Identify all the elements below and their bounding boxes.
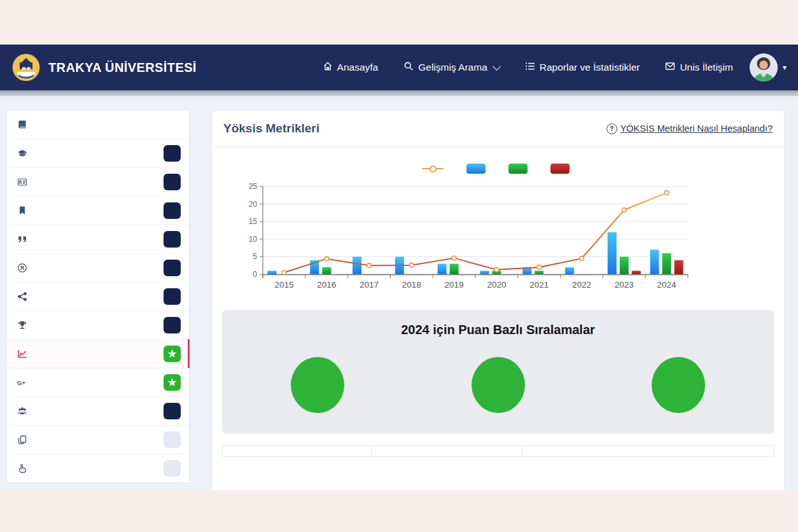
svg-text:2024: 2024	[657, 280, 677, 290]
caret-down-icon: ▾	[783, 63, 787, 72]
count-badge	[164, 202, 181, 219]
sidebar-item-5[interactable]	[7, 225, 189, 253]
legend-swatch-icon	[550, 164, 570, 174]
svg-text:2021: 2021	[529, 280, 549, 290]
table-header-1	[223, 446, 372, 457]
users-icon	[17, 406, 30, 416]
chart-line-icon	[17, 349, 30, 359]
sidebar-item-4[interactable]	[7, 196, 189, 225]
home-icon	[323, 61, 333, 74]
hand-icon	[17, 463, 30, 473]
user-menu[interactable]: ▾	[750, 53, 787, 81]
area-table-header-row	[223, 446, 774, 457]
avatar	[750, 53, 778, 81]
svg-text:2023: 2023	[615, 280, 634, 290]
legend-item-3[interactable]	[508, 164, 533, 174]
sidebar-item-3[interactable]	[7, 167, 189, 196]
svg-text:2018: 2018	[402, 280, 421, 290]
nav-item-1[interactable]: Anasayfa	[323, 61, 379, 74]
question-icon: ?	[606, 123, 617, 134]
book-icon	[17, 120, 30, 130]
table-header-2	[371, 446, 522, 457]
registered-icon: R	[17, 263, 30, 273]
page-title: Yöksis Metrikleri	[223, 122, 319, 136]
search-icon	[403, 61, 414, 74]
svg-text:G+: G+	[17, 379, 25, 386]
page: TRAKYA ÜNİVERSİTESİ AnasayfaGelişmiş Ara…	[0, 0, 798, 532]
count-badge	[164, 174, 181, 190]
svg-text:10: 10	[249, 235, 258, 244]
bookmark-icon	[17, 206, 30, 216]
sidebar-item-2[interactable]	[7, 139, 189, 167]
rankings-columns	[227, 347, 769, 421]
ranking-column-3	[588, 347, 769, 421]
legend-item-2[interactable]	[466, 164, 491, 174]
sidebar: R★G+★	[6, 110, 190, 483]
legend-line-marker-icon	[422, 168, 444, 169]
area-table	[222, 445, 774, 457]
brand[interactable]: TRAKYA ÜNİVERSİTESİ	[11, 53, 197, 82]
sidebar-item-9[interactable]: ★	[7, 339, 189, 368]
count-badge	[164, 460, 181, 477]
nav-item-3[interactable]: Raporlar ve İstatistikler	[525, 61, 640, 74]
university-logo-icon	[11, 53, 41, 82]
sidebar-item-6[interactable]: R	[7, 253, 189, 282]
mail-icon	[665, 61, 675, 74]
page-margin-bottom	[0, 490, 798, 532]
metrics-chart: 0510152025201520162017201820192020202120…	[242, 183, 784, 295]
copy-icon	[17, 435, 30, 445]
svg-text:25: 25	[249, 183, 258, 191]
sidebar-item-8[interactable]	[7, 311, 189, 339]
sidebar-item-7[interactable]	[7, 282, 189, 311]
card-body: 0510152025201520162017201820192020202120…	[212, 164, 784, 457]
top-nav: AnasayfaGelişmiş AramaRaporlar ve İstati…	[323, 61, 733, 74]
legend-swatch-icon	[508, 164, 528, 174]
count-badge	[164, 260, 181, 276]
legend-swatch-icon	[466, 164, 486, 174]
svg-text:2020: 2020	[487, 280, 506, 290]
legend-item-4[interactable]	[550, 164, 575, 174]
help-link[interactable]: ? YÖKSİS Metrikleri Nasıl Hesaplandı?	[606, 123, 773, 134]
sidebar-item-10[interactable]: G+★	[7, 368, 189, 396]
help-link-label: YÖKSİS Metrikleri Nasıl Hesaplandı?	[620, 123, 773, 134]
nav-item-2[interactable]: Gelişmiş Arama	[403, 61, 500, 74]
legend-item-1[interactable]	[422, 168, 449, 169]
trophy-icon	[17, 320, 30, 330]
brand-name: TRAKYA ÜNİVERSİTESİ	[48, 60, 197, 75]
count-badge	[164, 145, 181, 162]
count-badge	[164, 431, 181, 448]
sidebar-item-13[interactable]	[7, 454, 189, 482]
nav-item-label: Unis İletişim	[680, 62, 733, 73]
star-badge: ★	[164, 374, 181, 391]
svg-text:2017: 2017	[360, 280, 379, 290]
card-header: Yöksis Metrikleri ? YÖKSİS Metrikleri Na…	[212, 111, 784, 147]
nav-item-label: Anasayfa	[337, 62, 379, 73]
rankings-panel: 2024 için Puan Bazlı Sıralamalar	[222, 310, 774, 434]
svg-text:R: R	[20, 265, 24, 271]
main-card: Yöksis Metrikleri ? YÖKSİS Metrikleri Na…	[211, 110, 785, 490]
svg-text:2022: 2022	[572, 280, 591, 290]
svg-text:5: 5	[253, 252, 257, 261]
svg-text:20: 20	[249, 200, 258, 209]
sidebar-item-11[interactable]	[7, 396, 189, 425]
gplus-icon: G+	[17, 377, 30, 388]
count-badge	[164, 231, 181, 248]
ranking-circle	[291, 357, 344, 413]
svg-text:2015: 2015	[274, 280, 293, 290]
sidebar-item-12[interactable]	[7, 425, 189, 454]
share-icon	[17, 291, 30, 302]
nav-item-4[interactable]: Unis İletişim	[665, 61, 733, 74]
ranking-column-1	[227, 347, 408, 421]
table-header-3	[522, 446, 773, 457]
svg-text:2019: 2019	[445, 280, 464, 290]
nav-item-label: Raporlar ve İstatistikler	[540, 62, 640, 73]
chevron-down-icon	[493, 62, 501, 71]
svg-text:15: 15	[249, 217, 258, 226]
sidebar-item-1[interactable]	[7, 111, 189, 139]
ranking-column-2	[408, 347, 589, 421]
star-badge: ★	[164, 346, 181, 362]
count-badge	[164, 288, 181, 305]
count-badge	[164, 403, 181, 419]
svg-text:0: 0	[253, 270, 257, 279]
app-header: TRAKYA ÜNİVERSİTESİ AnasayfaGelişmiş Ara…	[0, 45, 798, 90]
